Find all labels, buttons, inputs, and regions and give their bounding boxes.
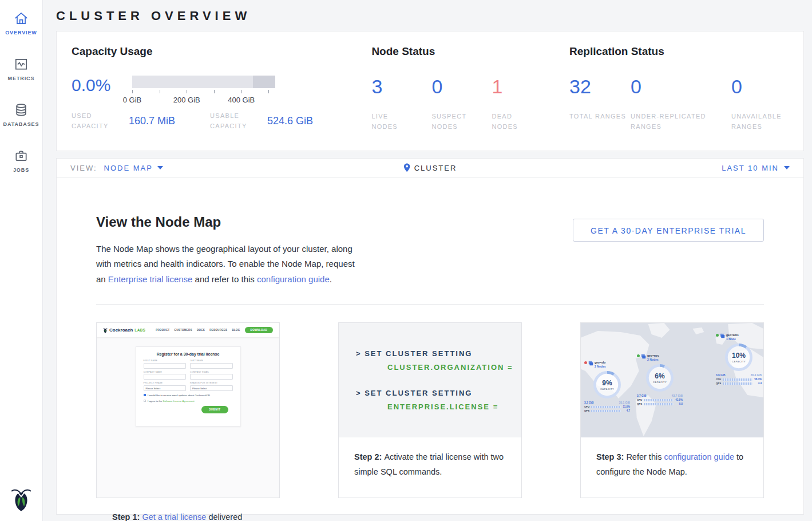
capacity-ring: 10%CAPACITY <box>723 342 754 373</box>
location-pin-icon <box>403 163 410 172</box>
dead-nodes-label: DEAD NODES <box>492 111 533 132</box>
mini-site-header: Cockroach LABS PRODUCT CUSTOMERS DOCS RE… <box>97 323 279 337</box>
step2-card: > SET CLUSTER SETTING CLUSTER.ORGANIZATI… <box>338 322 522 498</box>
sidebar-item-metrics[interactable]: METRICS <box>0 46 42 92</box>
live-nodes-label: LIVE NODES <box>371 111 413 132</box>
node-map-marker-sfo: geo=sfo2 Nodes 9%CAPACITY 3.2 GiB35.1 Gi… <box>584 361 630 412</box>
step3-caption: Step 3: Refer this configuration guide t… <box>581 437 763 491</box>
field-label: COMPANY NAME <box>144 371 187 373</box>
breadcrumb-cluster-label: CLUSTER <box>414 164 457 172</box>
configuration-guide-link[interactable]: configuration guide <box>664 452 734 461</box>
view-label: VIEW: <box>70 164 97 172</box>
sql-commands-block: > SET CLUSTER SETTING CLUSTER.ORGANIZATI… <box>339 323 521 437</box>
checkbox-label: I agree to the <box>148 400 163 402</box>
nav-item: RESOURCES <box>209 329 227 331</box>
time-range-selector[interactable]: LAST 10 MIN <box>722 164 790 172</box>
view-selector[interactable]: NODE MAP <box>104 164 163 172</box>
gauge-tick-label: 200 GiB <box>173 96 200 104</box>
node-map-heading: View the Node Map <box>96 214 363 230</box>
mini-site-nav: PRODUCT CUSTOMERS DOCS RESOURCES BLOG DO… <box>156 327 273 333</box>
node-status-dot <box>716 334 719 337</box>
checkbox-checked <box>144 394 146 397</box>
checkbox-unchecked <box>144 400 146 402</box>
capacity-gauge: 0 GiB 200 GiB 400 GiB <box>132 76 275 105</box>
description-text: and refer to this <box>192 274 257 284</box>
step-label: Step 3: <box>596 452 626 461</box>
sidebar-item-databases[interactable]: DATABASES <box>0 92 42 137</box>
capacity-ring: 6%CAPACITY <box>644 362 675 393</box>
page-title: CLUSTER OVERVIEW <box>56 0 804 31</box>
capacity-gauge-segment <box>253 76 275 88</box>
gauge-tick-label: 0 GiB <box>123 96 142 104</box>
qps-bar <box>591 410 621 412</box>
used-gib: 3.2 GiB <box>584 401 594 404</box>
unavailable-ranges-metric: 0 UNAVAILABLE RANGES <box>731 77 789 132</box>
dead-nodes-value: 1 <box>492 77 552 96</box>
enterprise-trial-button[interactable]: GET A 30-DAY ENTERPRISE TRIAL <box>573 219 764 242</box>
node-map-marker-ams: geo=ams1 Node 10%CAPACITY 3.6 GiB36.4 Gi… <box>716 333 762 385</box>
time-range-value: LAST 10 MIN <box>722 164 779 172</box>
registration-form: Register for a 30-day trial license FIRS… <box>136 346 241 427</box>
enterprise-trial-license-link[interactable]: Enterprise trial license <box>108 274 193 284</box>
node-stack-icon <box>641 354 646 359</box>
field-input <box>190 374 233 380</box>
under-replicated-value: 0 <box>631 77 731 96</box>
capacity-usage-title: Capacity Usage <box>72 45 371 58</box>
field-input <box>144 363 187 369</box>
chevron-down-icon <box>157 166 163 169</box>
sidebar-item-label: METRICS <box>8 76 35 81</box>
qps-bar <box>644 403 674 405</box>
sidebar-item-label: DATABASES <box>3 121 39 127</box>
capacity-gauge-ticks <box>132 90 275 94</box>
download-button: DOWNLOAD <box>245 327 273 333</box>
capacity-percent: 6% <box>655 372 664 380</box>
capacity-usage-panel: Capacity Usage 0.0% 0 GiB 200 GiB 400 Gi… <box>72 45 371 151</box>
node-map-description: The Node Map shows the geographical layo… <box>96 242 363 287</box>
suspect-nodes-metric: 0 SUSPECT NODES <box>431 77 492 132</box>
under-replicated-label: UNDER-REPLICATED RANGES <box>631 111 722 132</box>
view-selector-value: NODE MAP <box>104 164 153 172</box>
sql-setting: CLUSTER.ORGANIZATION = <box>356 364 521 371</box>
used-capacity-value: 160.7 MiB <box>129 115 210 127</box>
nav-item: PRODUCT <box>156 329 169 331</box>
locality-label: geo=nyc <box>647 354 659 357</box>
usable-gib: 36.4 GiB <box>751 374 762 377</box>
cockroachdb-logo <box>103 327 108 333</box>
cpu-bar <box>644 399 674 401</box>
dead-nodes-metric: 1 DEAD NODES <box>492 77 552 132</box>
brand-suffix: LABS <box>134 328 145 332</box>
node-status-panel: Node Status 3 LIVE NODES 0 SUSPECT NODES… <box>371 45 569 151</box>
steps-row: Cockroach LABS PRODUCT CUSTOMERS DOCS RE… <box>96 322 764 498</box>
step-label: Step 2: <box>354 452 384 461</box>
live-nodes-value: 3 <box>371 77 431 96</box>
usable-gib: 43.7 GiB <box>672 394 683 397</box>
sidebar-item-overview[interactable]: OVERVIEW <box>0 0 42 46</box>
sidebar-item-jobs[interactable]: JOBS <box>0 137 42 183</box>
node-status-dot <box>584 361 587 364</box>
get-trial-license-link[interactable]: Get a trial license <box>142 512 206 521</box>
capacity-label: CAPACITY <box>600 388 614 390</box>
replication-status-panel: Replication Status 32 TOTAL RANGES 0 UND… <box>569 45 789 151</box>
registration-form-heading: Register for a 30-day trial license <box>144 352 233 356</box>
configuration-guide-link[interactable]: configuration guide <box>257 274 330 284</box>
gauge-tick-label: 400 GiB <box>228 96 255 104</box>
home-icon <box>14 11 29 26</box>
sidebar-item-label: JOBS <box>13 167 29 173</box>
nav-item: CUSTOMERS <box>175 329 192 331</box>
step2-caption: Step 2: Activate the trial license with … <box>339 437 521 491</box>
briefcase-icon <box>14 148 29 163</box>
total-ranges-label: TOTAL RANGES <box>569 111 631 121</box>
node-count: 2 Nodes <box>647 358 659 361</box>
divider <box>96 304 764 305</box>
used-capacity-label: USED CAPACITY <box>72 110 129 131</box>
capacity-label: CAPACITY <box>732 360 746 363</box>
sql-setting: ENTERPRISE.LICENSE = <box>356 403 521 411</box>
node-status-title: Node Status <box>371 45 569 58</box>
usable-capacity-label: USABLE CAPACITY <box>210 110 267 131</box>
databases-icon <box>14 102 29 117</box>
brand-name: Cockroach <box>109 327 133 333</box>
live-nodes-metric: 3 LIVE NODES <box>371 77 431 132</box>
step1-screenshot: Cockroach LABS PRODUCT CUSTOMERS DOCS RE… <box>97 323 279 498</box>
field-label: PROJECT PHASE <box>144 382 187 384</box>
cpu-bar <box>591 406 621 408</box>
